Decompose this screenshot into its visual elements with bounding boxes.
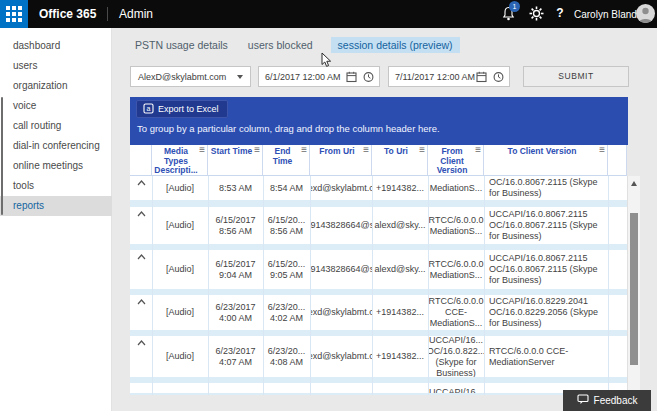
export-to-excel-label: Export to Excel [158,104,219,114]
cell-from-uri: alexd@skylabmt.c... [310,295,372,330]
column-header-from-uri[interactable]: From Uri≡ [310,145,372,175]
sidebar-nav: dashboard users organization voice call … [0,36,112,216]
grid-header-row: Media Types Descripti...≡ Start Time≡ En… [130,145,627,176]
tab-users-blocked[interactable]: users blocked [246,37,315,53]
column-label: From Client Version [437,146,468,175]
column-header-start-time[interactable]: Start Time≡ [208,145,263,175]
cell-to-client-version: UCCAPI/16.0.8067.2115 OC/16.0.8067.2115 … [484,207,608,244]
sidebar-item-tools[interactable]: tools [0,176,112,196]
end-datetime-input[interactable]: 7/11/2017 12:00 AM [388,66,510,87]
sidebar-item-online-meetings[interactable]: online meetings [0,156,112,176]
sidebar-item-organization[interactable]: organization [0,76,112,96]
collapse-row-button[interactable] [130,295,152,330]
table-row[interactable]: [Audio] 8:53 AM 8:54 AM alexd@skylabmt.c… [130,176,627,200]
table-row[interactable]: [Audio] 6/23/2017 4:00 AM 6/23/20... 4:0… [130,295,627,330]
cell-end-time [263,383,310,393]
cell-from-uri: alexd@skylabmt.c... [310,336,372,377]
table-row[interactable]: [Audio] 6/15/2017 8:56 AM 6/15/20... 8:5… [130,207,627,244]
cell-from-uri: alexd@skylabmt.c... [310,176,372,200]
expand-column-header [130,145,152,175]
chevron-down-icon [237,75,243,79]
waffle-icon [6,6,22,22]
collapse-row-button[interactable] [130,207,152,244]
row-separator-band [130,393,627,395]
feedback-bubble-icon [577,394,589,407]
cell-from-client-version: UCCAPI/16... [428,383,484,393]
cell-to-uri: alexd@sky... [372,207,428,244]
avatar[interactable] [636,4,655,23]
report-tabs: PSTN usage details users blocked session… [133,37,460,53]
start-datetime-input[interactable]: 6/1/2017 12:00 AM [258,66,380,87]
column-header-to-uri[interactable]: To Uri≡ [372,145,428,175]
tab-pstn-usage-details[interactable]: PSTN usage details [133,37,230,53]
cell-media-types [152,383,208,393]
cell-to-uri: +1914382... [372,295,428,330]
column-header-end-time[interactable]: End Time≡ [263,145,310,175]
scroll-up-arrow-icon[interactable] [631,181,637,186]
column-menu-icon[interactable]: ≡ [199,145,205,155]
grid-scrollbar-thumb[interactable] [630,213,638,365]
cell-media-types: [Audio] [152,207,208,244]
sidebar-item-call-routing[interactable]: call routing [0,116,112,136]
grid-body: [Audio] 8:53 AM 8:54 AM alexd@skylabmt.c… [130,176,627,395]
calendar-icon[interactable] [346,71,357,85]
submit-button[interactable]: SUBMIT [523,66,629,87]
help-icon[interactable]: ? [553,6,567,20]
table-row[interactable]: [Audio] 6/23/2017 4:07 AM 6/23/20... 4:0… [130,336,627,377]
cell-from-uri [310,383,372,393]
column-label: To Client Version [508,146,577,156]
user-dropdown[interactable]: AlexD@skylabmt.com [130,66,251,87]
cell-to-client-version: UCCAPI/16.0.8067.2115 OC/16.0.8067.2115 … [484,250,608,289]
calendar-icon[interactable] [476,71,487,85]
column-label: To Uri [384,146,408,156]
cell-from-client-version: RTCC/6.0.0.0 MediationS... [428,250,484,289]
cell-end-time: 6/15/20... 8:56 AM [263,207,310,244]
brand-title[interactable]: Office 365 [39,7,96,21]
grid-scrollbar[interactable] [627,176,640,395]
export-to-excel-button[interactable]: a Export to Excel [136,100,228,118]
sidebar-item-dial-in-conferencing[interactable]: dial-in conferencing [0,136,112,156]
table-row[interactable]: UCCAPI/16... [130,383,627,393]
cell-start-time [208,383,263,393]
top-bar: Office 365 Admin 1 ? Carolyn Blanding [0,0,657,28]
sidebar-scrollbar-thumb[interactable] [1,97,3,215]
clock-icon[interactable] [363,71,374,85]
cell-to-client-version: OC/16.0.8067.2115 (Skype for Business) [484,176,608,200]
svg-text:a: a [147,105,151,112]
column-menu-icon[interactable]: ≡ [599,145,605,155]
cell-from-uri: +19143828664@s... [310,250,372,289]
sidebar-item-reports[interactable]: reports [0,196,112,216]
sidebar-item-dashboard[interactable]: dashboard [0,36,112,56]
column-header-to-client-version[interactable]: To Client Version≡ [484,145,608,175]
column-menu-icon[interactable]: ≡ [419,145,425,155]
cell-from-client-version: UCCAPI/16... OC/16.0.822... (Skype for B… [428,336,484,377]
sidebar-item-voice[interactable]: voice [0,96,112,116]
column-menu-icon[interactable]: ≡ [254,145,260,155]
column-header-media-types[interactable]: Media Types Descripti...≡ [152,145,208,175]
column-header-from-client-version[interactable]: From Client Version≡ [428,145,484,175]
tab-session-details-preview[interactable]: session details (preview) [331,37,460,53]
column-menu-icon[interactable]: ≡ [363,145,369,155]
settings-gear-icon[interactable] [529,6,544,25]
end-datetime-value: 7/11/2017 12:00 AM [395,72,475,82]
column-menu-icon[interactable]: ≡ [475,145,481,155]
app-launcher-button[interactable] [0,0,28,28]
sidebar-item-users[interactable]: users [0,56,112,76]
column-menu-icon[interactable]: ≡ [301,145,307,155]
feedback-button[interactable]: Feedback [563,390,651,411]
table-row[interactable]: [Audio] 6/15/2017 9:04 AM 6/15/20... 9:0… [130,250,627,289]
cell-end-time: 6/23/20... 4:02 AM [263,295,310,330]
cell-from-uri: +19143828664@s... [310,207,372,244]
group-by-hint: To group by a particular column, drag an… [137,123,440,134]
column-label: Start Time [211,146,252,156]
cell-end-time: 6/23/20... 4:08 AM [263,336,310,377]
collapse-row-button[interactable] [130,176,152,200]
cell-to-uri: +1914382... [372,336,428,377]
collapse-row-button[interactable] [130,336,152,377]
admin-section-title[interactable]: Admin [119,7,153,21]
cell-to-client-version: UCCAPI/16.0.8229.2041 OC/16.0.8229.2056 … [484,295,608,330]
cell-media-types: [Audio] [152,295,208,330]
clock-icon[interactable] [493,71,504,85]
cell-start-time: 6/23/2017 4:00 AM [208,295,263,330]
collapse-row-button[interactable] [130,250,152,289]
